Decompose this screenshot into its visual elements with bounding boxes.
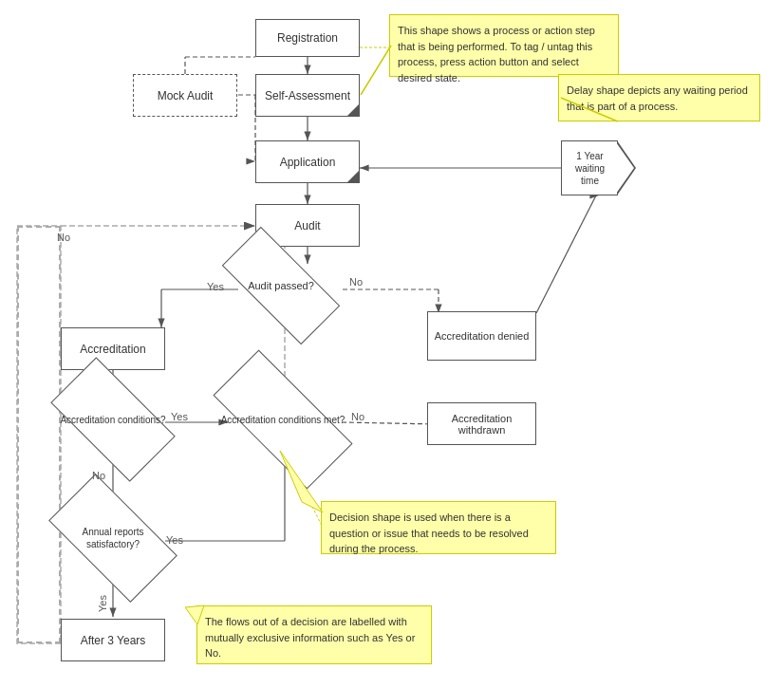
annual-reports-label: Annual reports satisfactory? (55, 526, 171, 550)
no-audit-label: No (57, 232, 70, 243)
yes2-label: Yes (171, 411, 188, 422)
mock-audit-label: Mock Audit (158, 89, 214, 102)
accreditation-denied-box: Accreditation denied (427, 311, 536, 361)
flows-tooltip: The flows out of a decision are labelled… (196, 605, 432, 664)
svg-line-17 (342, 422, 437, 424)
outer-dashed-frame (17, 226, 61, 643)
delay-tooltip-text: Delay shape depicts any waiting period t… (567, 84, 748, 112)
no2-label: No (351, 411, 364, 422)
application-box: Application (255, 140, 360, 183)
self-assessment-box: Self-Assessment (255, 74, 360, 117)
audit-passed-diamond: Audit passed? (225, 258, 337, 313)
yes1-label: Yes (207, 281, 224, 292)
svg-line-26 (536, 190, 599, 313)
after-years-label: After 3 Years (81, 634, 146, 647)
audit-passed-label: Audit passed? (248, 279, 314, 292)
no3-label: No (92, 470, 105, 481)
accreditation-conditions-diamond: Accreditation conditions? (57, 387, 169, 452)
annual-reports-diamond: Annual reports satisfactory? (55, 505, 171, 571)
flowchart-diagram: Registration Mock Audit Self-Assessment … (0, 0, 784, 688)
application-tag (347, 171, 359, 182)
accreditation-box: Accreditation (61, 327, 165, 370)
accreditation-withdrawn-box: Accreditation withdrawn (427, 402, 536, 445)
after-years-box: After 3 Years (61, 619, 165, 661)
mock-audit-box: Mock Audit (133, 74, 237, 117)
no1-label: No (349, 276, 363, 288)
flows-tooltip-text: The flows out of a decision are labelled… (205, 616, 415, 659)
registration-box: Registration (255, 19, 360, 57)
accreditation-conditions-label: Accreditation conditions? (60, 414, 165, 426)
delay-tooltip: Delay shape depicts any waiting period t… (558, 74, 760, 121)
accreditation-conditions-met-label: Accreditation conditions met? (221, 414, 345, 426)
decision-tooltip-text: Decision shape is used when there is a q… (329, 511, 529, 554)
accreditation-label: Accreditation (80, 343, 145, 356)
waiting-label: 1 Year waiting time (575, 151, 605, 186)
accreditation-withdrawn-label: Accreditation withdrawn (428, 413, 535, 436)
process-tooltip: This shape shows a process or action ste… (389, 14, 619, 77)
application-label: Application (280, 156, 336, 169)
self-assessment-label: Self-Assessment (265, 89, 350, 102)
accreditation-conditions-met-diamond: Accreditation conditions met? (216, 387, 349, 452)
waiting-delay: 1 Year waiting time (561, 140, 637, 195)
yes4-label: Yes (97, 595, 108, 612)
svg-line-30 (361, 46, 391, 95)
decision-tooltip: Decision shape is used when there is a q… (321, 501, 556, 554)
accreditation-denied-label: Accreditation denied (435, 330, 530, 342)
audit-label: Audit (294, 219, 320, 232)
self-assessment-tag (347, 104, 359, 116)
